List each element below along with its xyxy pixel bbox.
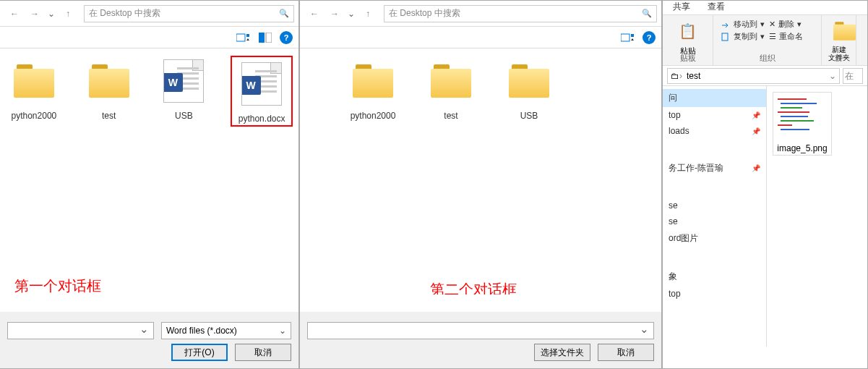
file-label: image_5.png: [775, 143, 830, 153]
image-preview-icon: [775, 94, 830, 140]
folder-input[interactable]: [307, 322, 654, 339]
file-item[interactable]: W USB: [156, 56, 212, 121]
nav-up-icon[interactable]: ↑: [358, 4, 378, 24]
svg-rect-6: [722, 33, 728, 41]
preview-pane-icon[interactable]: [258, 31, 272, 44]
explorer-window: 共享 查看 📋 粘贴 贴板 移动到 ▾ 复制到 ▾ ✕ 删除 ▾ ☰ 重命名 组…: [662, 0, 868, 369]
nav-item[interactable]: 象: [663, 268, 766, 286]
item-label: USB: [156, 111, 212, 121]
path-input[interactable]: 🗀 › test ⌄: [667, 68, 840, 84]
organize-section-label: 组织: [713, 53, 821, 64]
dialog-footer: Word files (*.docx) 打开(O) 取消: [0, 312, 298, 368]
svg-rect-2: [259, 33, 265, 43]
filename-input[interactable]: [7, 322, 154, 339]
folder-item[interactable]: python2000: [343, 56, 403, 121]
paste-icon[interactable]: 📋: [675, 18, 701, 44]
nav-up-icon[interactable]: ↑: [58, 4, 78, 24]
toolbar: ← → ⌄ ↑ 在 Desktop 中搜索: [300, 1, 661, 27]
folder-icon: [509, 64, 549, 98]
ribbon: 📋 粘贴 贴板 移动到 ▾ 复制到 ▾ ✕ 删除 ▾ ☰ 重命名 组织 新建 文…: [663, 15, 867, 66]
annotation-label: 第一个对话框: [14, 276, 101, 294]
toolbar: ← → ⌄ ↑ 在 Desktop 中搜索: [0, 1, 298, 27]
svg-rect-1: [246, 34, 249, 37]
nav-item[interactable]: se: [663, 198, 766, 213]
tab-view[interactable]: 查看: [708, 1, 725, 14]
moveto-button[interactable]: 移动到 ▾: [719, 18, 768, 30]
new-section-label: 新: [822, 53, 856, 64]
annotation-label: 第二个对话框: [430, 280, 517, 294]
help-icon[interactable]: ?: [280, 31, 293, 44]
select-folder-button[interactable]: 选择文件夹: [534, 344, 590, 361]
item-label: USB: [499, 111, 559, 121]
folder-item[interactable]: python2000: [6, 56, 62, 121]
dialog-footer: 选择文件夹 取消: [300, 312, 661, 368]
cancel-button[interactable]: 取消: [235, 344, 291, 361]
word-doc-icon: W: [241, 62, 282, 106]
folder-icon: [353, 64, 393, 98]
item-label: test: [421, 111, 481, 121]
delete-button[interactable]: ✕ 删除 ▾: [768, 18, 816, 30]
cancel-button[interactable]: 取消: [598, 344, 654, 361]
search-placeholder: 在 Desktop 中搜索: [389, 7, 460, 20]
breadcrumb-test[interactable]: test: [682, 71, 705, 81]
search-field[interactable]: 在: [843, 68, 863, 84]
chevron-down-icon[interactable]: ⌄: [829, 71, 836, 81]
nav-back-icon[interactable]: ←: [304, 4, 325, 24]
new-folder-icon[interactable]: [828, 18, 854, 44]
word-doc-icon: W: [163, 59, 204, 103]
item-label: python.docx: [233, 114, 290, 124]
help-icon[interactable]: ?: [643, 31, 656, 44]
clipboard-section-label: 贴板: [663, 53, 713, 64]
address-bar: 🗀 › test ⌄ 在: [663, 66, 867, 86]
search-placeholder: 在 Desktop 中搜索: [89, 7, 160, 20]
svg-rect-5: [631, 34, 634, 37]
svg-rect-3: [266, 33, 272, 43]
nav-item[interactable]: top📌: [663, 107, 766, 123]
folder-item[interactable]: test: [81, 56, 137, 121]
tab-share[interactable]: 共享: [673, 1, 690, 14]
view-toolbar: ?: [300, 27, 661, 48]
file-list: python2000 test W USB W python.docx 第一个对…: [0, 48, 298, 294]
folder-item[interactable]: USB: [499, 56, 559, 121]
navigation-pane: 问 top📌 loads📌 务工作-陈晋瑜📌 se se ord图片 象 top: [663, 86, 767, 347]
folder-icon: [431, 64, 471, 98]
file-thumbnail[interactable]: image_5.png: [773, 92, 832, 156]
ribbon-tabs: 共享 查看: [663, 1, 867, 15]
nav-item[interactable]: loads📌: [663, 123, 766, 139]
pin-icon: 📌: [752, 127, 760, 135]
nav-item[interactable]: 务工作-陈晋瑜📌: [663, 159, 766, 177]
file-pane: image_5.png 结果: [767, 86, 867, 347]
pin-icon: 📌: [752, 111, 760, 119]
folder-icon: [14, 64, 54, 98]
view-mode-icon[interactable]: [621, 31, 635, 44]
view-toolbar: ?: [0, 27, 298, 48]
file-open-dialog-1: ← → ⌄ ↑ 在 Desktop 中搜索 ? python2000 test …: [0, 0, 299, 369]
rename-button[interactable]: ☰ 重命名: [768, 30, 816, 43]
nav-forward-icon: →: [325, 4, 345, 24]
nav-item[interactable]: top: [663, 286, 766, 302]
nav-item[interactable]: 问: [663, 89, 766, 107]
nav-item[interactable]: se: [663, 213, 766, 229]
nav-dropdown-icon[interactable]: ⌄: [45, 9, 58, 19]
folder-select-dialog-2: ← → ⌄ ↑ 在 Desktop 中搜索 ? python2000 test …: [299, 0, 662, 369]
folder-small-icon: 🗀: [671, 71, 679, 81]
svg-rect-0: [236, 34, 245, 41]
item-label: python2000: [6, 111, 62, 121]
view-mode-icon[interactable]: [236, 31, 251, 44]
folder-item[interactable]: test: [421, 56, 481, 121]
item-label: python2000: [343, 111, 403, 121]
nav-back-icon[interactable]: ←: [4, 4, 25, 24]
nav-forward-icon: →: [25, 4, 45, 24]
svg-rect-4: [621, 34, 629, 41]
folder-icon: [89, 64, 129, 98]
file-item-highlighted[interactable]: W python.docx: [231, 56, 293, 127]
nav-dropdown-icon[interactable]: ⌄: [345, 9, 358, 19]
open-button[interactable]: 打开(O): [171, 344, 228, 361]
search-input[interactable]: 在 Desktop 中搜索: [384, 5, 657, 22]
pin-icon: 📌: [752, 164, 760, 172]
filetype-select[interactable]: Word files (*.docx): [161, 322, 291, 339]
copyto-button[interactable]: 复制到 ▾: [719, 30, 768, 43]
search-input[interactable]: 在 Desktop 中搜索: [84, 5, 294, 22]
file-list: python2000 test USB 第二个对话框: [300, 48, 661, 294]
nav-item[interactable]: ord图片: [663, 229, 766, 247]
